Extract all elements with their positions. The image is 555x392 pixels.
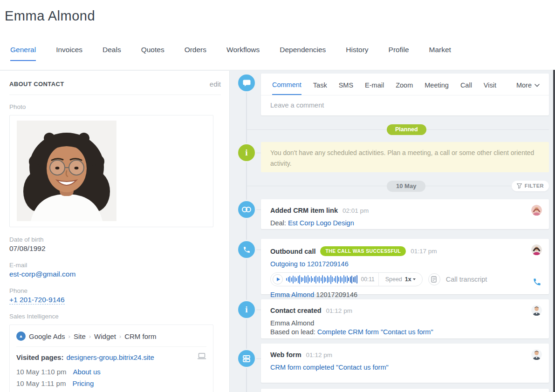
composer-tab-zoom[interactable]: Zoom [396, 81, 413, 95]
entry-title: Outbound call [270, 248, 315, 255]
avatar [531, 305, 542, 316]
entry-title: Web form [270, 351, 301, 358]
right-edge-panel [553, 70, 555, 392]
visit-row: 10 May 1:11 pm Pricing [16, 378, 206, 389]
entry-time: 01:12 pm [306, 351, 332, 358]
visited-page-link[interactable]: Pricing [72, 379, 94, 387]
visited-pages-label: Visited pages: [16, 353, 63, 361]
date-of-birth-value: 07/08/1992 [0, 243, 229, 253]
sales-intelligence-label: Sales Intelligence [0, 313, 229, 320]
about-contact-heading: ABOUT CONTACT [9, 81, 64, 88]
entry-time: 01:17 pm [411, 248, 437, 255]
call-direction-link[interactable]: Outgoing to 12017209146 [270, 260, 349, 268]
tab-quotes[interactable]: Quotes [141, 46, 164, 61]
tab-general[interactable]: General [10, 46, 36, 61]
about-contact-panel: ABOUT CONTACT edit Photo [0, 71, 230, 392]
funnel-icon [517, 183, 522, 189]
timeline-entry-contact-created[interactable]: Contact created 01:12 pm Emma Almond Bas… [261, 299, 549, 338]
entry-title: Added CRM item link [270, 207, 338, 214]
call-transcript-label[interactable]: Call transcript [446, 276, 487, 283]
composer-tab-comment[interactable]: Comment [272, 81, 301, 95]
page-title: Emma Almond [5, 8, 95, 24]
edit-link[interactable]: edit [210, 80, 221, 88]
composer-more-button[interactable]: More [516, 81, 540, 95]
chevron-right-icon: › [69, 333, 70, 340]
lead-label: Based on lead: [270, 328, 315, 336]
tab-deals[interactable]: Deals [103, 46, 121, 61]
field-date-of-birth: Date of birth 07/08/1992 [0, 236, 229, 253]
timeline-entry-crm-link[interactable]: Added CRM item link 02:01 pm Deal: Est C… [261, 199, 549, 229]
comment-input[interactable]: Leave a comment [261, 95, 549, 115]
breadcrumb-widget[interactable]: Widget [94, 332, 116, 340]
call-success-badge: THE CALL WAS SUCCESSFUL [320, 246, 406, 256]
field-phone: Phone +1 201-720-9146 [0, 287, 229, 304]
speed-selector[interactable]: 1x [405, 276, 416, 283]
email-link[interactable]: est-corp@gmail.com [9, 270, 75, 278]
info-icon: i [238, 144, 255, 161]
chevron-right-icon: › [119, 333, 121, 340]
timeline-entry-outbound-call[interactable]: Outbound call THE CALL WAS SUCCESSFUL 01… [261, 239, 549, 294]
next-timeline-entry [261, 389, 549, 392]
phone-icon [238, 241, 255, 258]
tab-invoices[interactable]: Invoices [56, 46, 82, 61]
tab-workflows[interactable]: Workflows [226, 46, 260, 61]
timeline-entry-web-form[interactable]: Web form 01:12 pm CRM form completed "Co… [261, 344, 549, 383]
caret-down-icon [413, 278, 416, 280]
composer-tab-task[interactable]: Task [313, 81, 327, 95]
date-badge: 10 May [387, 181, 425, 192]
entry-time: 02:01 pm [343, 207, 369, 214]
visited-page-link[interactable]: About us [73, 368, 101, 376]
deal-label: Deal: [270, 219, 286, 227]
tab-market[interactable]: Market [429, 46, 451, 61]
speed-label: Speed [385, 276, 402, 283]
activity-composer: Comment Task SMS E-mail Zoom Meeting Cal… [261, 74, 549, 115]
breadcrumb-google-ads[interactable]: Google Ads [29, 332, 65, 340]
main-tabs: General Invoices Deals Quotes Orders Wor… [10, 46, 451, 61]
phone-link[interactable]: +1 201-720-9146 [9, 296, 65, 304]
chevron-right-icon: › [89, 333, 91, 340]
composer-tab-call[interactable]: Call [460, 81, 472, 95]
composer-tab-visit[interactable]: Visit [484, 81, 496, 95]
sales-intelligence-card: ▲ Google Ads › Site › Widget › CRM form … [9, 324, 213, 392]
visit-row: 10 May 1:10 pm About us [16, 366, 206, 378]
call-audio-player: 00:11 Speed 1x Call transcript [270, 272, 540, 286]
web-form-link[interactable]: CRM form completed "Contact us form" [270, 364, 389, 371]
breadcrumb-crm-form[interactable]: CRM form [124, 332, 156, 340]
web-form-icon [238, 350, 255, 367]
laptop-icon [197, 353, 206, 361]
call-back-icon[interactable] [533, 277, 541, 288]
tab-history[interactable]: History [346, 46, 368, 61]
transcript-icon[interactable] [428, 273, 440, 285]
avatar [531, 244, 542, 255]
visited-site-link[interactable]: designers-group.bitrix24.site [66, 353, 154, 361]
crm-link-icon [238, 201, 255, 218]
comment-icon [238, 74, 255, 91]
play-button[interactable] [273, 274, 283, 284]
entry-title: Contact created [270, 307, 322, 314]
breadcrumb-site[interactable]: Site [74, 332, 86, 340]
info-icon: i [238, 301, 255, 318]
composer-tab-sms[interactable]: SMS [339, 81, 353, 95]
activity-stream: i i Comment Task SMS E-mail Zoom Meeting… [237, 70, 553, 392]
composer-tab-meeting[interactable]: Meeting [425, 81, 449, 95]
contact-name-text: Emma Almond [270, 319, 540, 327]
crm-contact-page: Emma Almond General Invoices Deals Quote… [0, 0, 555, 392]
filter-button[interactable]: FILTER [512, 181, 549, 191]
field-email: E-mail est-corp@gmail.com [0, 262, 229, 278]
contact-photo [17, 121, 116, 221]
lead-link[interactable]: Complete CRM form "Contact us form" [317, 328, 433, 336]
contact-link[interactable]: Emma Almond [270, 291, 314, 298]
divider [9, 95, 221, 95]
planned-badge: Planned [387, 124, 426, 135]
traffic-source-breadcrumb: ▲ Google Ads › Site › Widget › CRM form [16, 325, 206, 346]
tab-orders[interactable]: Orders [185, 46, 206, 61]
entry-time: 01:12 pm [326, 307, 352, 314]
tab-profile[interactable]: Profile [389, 46, 409, 61]
chevron-down-icon [534, 84, 540, 87]
tab-dependencies[interactable]: Dependencies [280, 46, 326, 61]
composer-tab-email[interactable]: E-mail [365, 81, 384, 95]
no-activities-message: You don't have any scheduled activities.… [261, 142, 549, 172]
deal-link[interactable]: Est Corp Logo Design [288, 219, 354, 227]
avatar [531, 205, 542, 216]
google-ads-icon: ▲ [16, 331, 26, 341]
